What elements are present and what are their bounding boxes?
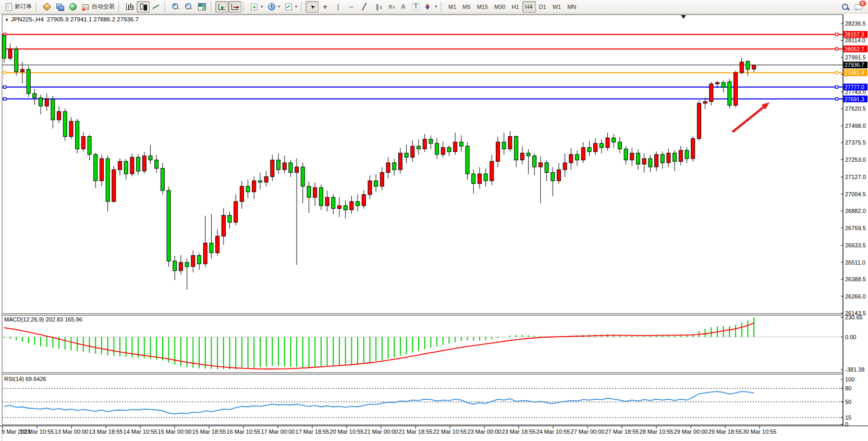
timeframe-group: M1M5M15M30H1H4D1W1MN	[445, 1, 579, 13]
level-line-handle[interactable]	[836, 71, 838, 74]
candle	[185, 263, 189, 267]
candle	[576, 154, 579, 160]
indicators-button[interactable]: ▾	[248, 1, 265, 13]
time-tick-label: 15 Mar 18:55	[192, 428, 226, 435]
price-badge-label: 27881.4	[845, 69, 864, 76]
macd-scale-label: -381.38	[845, 366, 864, 373]
candle	[673, 153, 677, 161]
notifications-icon[interactable]: 1	[854, 3, 863, 11]
candle-chart-mode-button[interactable]	[137, 1, 150, 13]
new-order-label: 新订单	[15, 3, 32, 10]
timeframe-m5[interactable]: M5	[459, 1, 473, 13]
equidistant-channel-tool-button[interactable]: ∥E	[371, 1, 384, 13]
level-line-handle[interactable]	[836, 86, 838, 88]
autotrading-button[interactable]: 自动交易	[79, 1, 117, 13]
candle	[356, 201, 360, 206]
timeframe-m1[interactable]: M1	[445, 1, 459, 13]
navigator-button[interactable]	[53, 1, 66, 13]
candle	[551, 172, 555, 181]
trendline-tool-button[interactable]: ╱	[358, 1, 371, 13]
candle	[752, 65, 756, 69]
candle	[313, 188, 317, 198]
new-order-button[interactable]: 新订单	[2, 1, 34, 13]
symbol-menu-icon[interactable]: ▼	[5, 18, 9, 22]
tile-windows-button[interactable]	[195, 1, 209, 13]
timeframe-w1[interactable]: W1	[549, 1, 565, 13]
timeframe-m30[interactable]: M30	[491, 1, 508, 13]
candle	[563, 163, 567, 170]
candle	[69, 121, 73, 136]
candle	[124, 161, 128, 174]
market-watch-button[interactable]	[40, 1, 53, 13]
time-tick-label: 16 Mar 10:55	[227, 428, 261, 435]
candle	[478, 174, 481, 184]
price-badge-label: 27777.0	[845, 84, 864, 90]
fibonacci-tool-button[interactable]: ≡F	[384, 1, 397, 13]
chart-title[interactable]: ▼JPN225-,H4 27905.9 27941.1 27886.2 2793…	[5, 16, 139, 22]
level-line-handle[interactable]	[4, 98, 6, 100]
vertical-line-tool-button[interactable]: |	[332, 1, 345, 13]
time-tick-label: 27 Mar 00:00	[571, 428, 605, 435]
candle	[130, 157, 134, 174]
candle	[386, 163, 390, 173]
timeframe-m15[interactable]: M15	[474, 1, 491, 13]
text-tool-button[interactable]: A	[397, 1, 410, 13]
time-tick-label: 23 Mar 00:00	[468, 428, 502, 435]
candle	[118, 161, 122, 170]
toolbar-gripper	[118, 2, 121, 11]
horizontal-line-tool-button[interactable]: ─	[345, 1, 358, 13]
auto-scroll-button[interactable]	[215, 1, 228, 13]
chart-shift-button[interactable]	[228, 1, 241, 13]
candle	[228, 216, 231, 222]
level-line-handle[interactable]	[4, 71, 6, 74]
candle	[27, 69, 30, 93]
timeframe-h4[interactable]: H4	[522, 1, 536, 13]
candle	[51, 99, 55, 120]
zoom-in-button[interactable]: +	[169, 1, 182, 13]
candle	[435, 144, 439, 154]
candle	[454, 142, 457, 152]
time-tick-label: 17 Mar 18:55	[296, 428, 329, 435]
price-badge-label: 27936.7	[845, 62, 864, 68]
bar-chart-mode-button[interactable]	[123, 1, 137, 13]
candle	[319, 188, 323, 206]
price-tick-label: 28236.5	[845, 20, 866, 27]
candle	[533, 156, 536, 167]
timeframe-mn[interactable]: MN	[564, 1, 579, 13]
price-chart-canvas[interactable]: 28236.528114.027991.527869.027743.027620…	[0, 14, 868, 441]
timeframe-h1[interactable]: H1	[508, 1, 522, 13]
arrows-tool-button[interactable]: ▾	[422, 1, 439, 13]
candle	[649, 159, 652, 167]
candle	[33, 93, 36, 98]
time-tick-label: 21 Mar 18:55	[399, 428, 433, 435]
search-icon[interactable]	[841, 3, 850, 11]
candle	[337, 206, 341, 208]
line-chart-mode-button[interactable]	[150, 1, 163, 13]
timeframe-d1[interactable]: D1	[536, 1, 549, 13]
level-line-handle[interactable]	[836, 33, 838, 36]
candle	[264, 176, 268, 182]
channel-icon: ∥E	[373, 3, 382, 11]
candle	[630, 153, 634, 160]
price-tick-label: 27375.5	[845, 139, 866, 146]
candle	[76, 121, 79, 149]
rsi-scale-label: 80	[845, 385, 851, 391]
crosshair-tool-button[interactable]: +	[319, 1, 332, 13]
toolbar-gripper	[441, 2, 444, 11]
templates-button[interactable]: ▾	[282, 1, 299, 13]
level-line-handle[interactable]	[836, 98, 838, 100]
candle	[368, 181, 372, 195]
zoom-out-button[interactable]: –	[182, 1, 195, 13]
text-label-tool-button[interactable]: T	[410, 1, 422, 13]
level-line-handle[interactable]	[4, 86, 6, 88]
autotrading-icon	[81, 3, 90, 11]
text-icon: A	[399, 3, 408, 11]
candle	[746, 62, 750, 69]
rsi-indicator-label: RSI(14) 69.6426	[4, 376, 46, 382]
candle	[545, 163, 548, 173]
cursor-tool-button[interactable]: ►	[305, 1, 319, 13]
price-tick-label: 27498.0	[845, 123, 866, 129]
signals-button[interactable]	[66, 1, 79, 13]
level-line-handle[interactable]	[836, 47, 838, 50]
periods-button[interactable]: ▾	[265, 1, 282, 13]
